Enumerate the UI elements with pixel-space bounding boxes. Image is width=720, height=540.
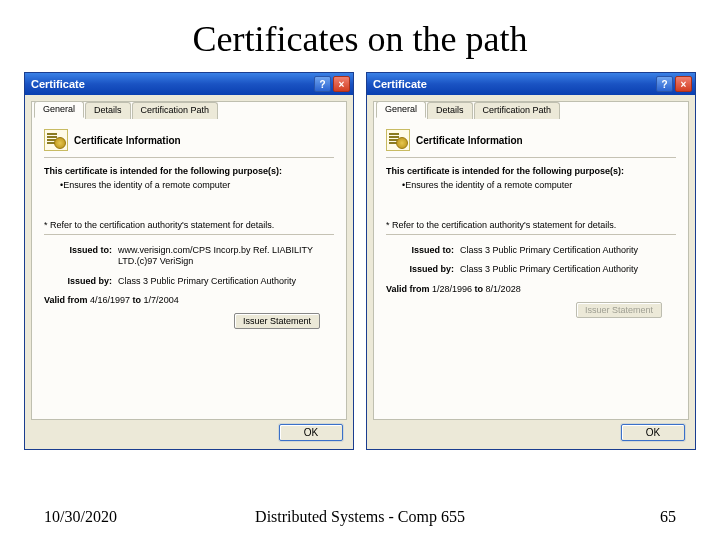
tab-details[interactable]: Details — [85, 102, 131, 119]
titlebar: Certificate ? × — [25, 73, 353, 95]
issued-by-value: Class 3 Public Primary Certification Aut… — [118, 276, 334, 287]
tab-general[interactable]: General — [34, 101, 84, 118]
issuer-statement-button: Issuer Statement — [576, 302, 662, 318]
tab-area: General Details Certification Path Certi… — [373, 101, 689, 420]
certificate-icon — [386, 129, 410, 151]
issuer-statement-button[interactable]: Issuer Statement — [234, 313, 320, 329]
help-button[interactable]: ? — [314, 76, 331, 92]
issued-by-value: Class 3 Public Primary Certification Aut… — [460, 264, 676, 275]
slide-title: Certificates on the path — [0, 0, 720, 72]
authority-footnote: * Refer to the certification authority's… — [386, 220, 676, 230]
dialogs-container: Certificate ? × General Details Certific… — [0, 72, 720, 450]
tab-details[interactable]: Details — [427, 102, 473, 119]
issued-to-value: Class 3 Public Primary Certification Aut… — [460, 245, 676, 256]
slide-course: Distributed Systems - Comp 655 — [0, 508, 720, 526]
issued-by-label: Issued by: — [44, 276, 118, 287]
purpose-intro: This certificate is intended for the fol… — [386, 166, 676, 176]
certificate-icon — [44, 129, 68, 151]
help-button[interactable]: ? — [656, 76, 673, 92]
tab-certification-path[interactable]: Certification Path — [474, 102, 561, 119]
certificate-dialog-left: Certificate ? × General Details Certific… — [24, 72, 354, 450]
certificate-dialog-right: Certificate ? × General Details Certific… — [366, 72, 696, 450]
issued-to-label: Issued to: — [44, 245, 118, 268]
purpose-item: •Ensures the identity of a remote comput… — [402, 180, 676, 190]
purpose-intro: This certificate is intended for the fol… — [44, 166, 334, 176]
valid-from-row: Valid from 1/28/1996 to 8/1/2028 — [386, 284, 676, 294]
issued-by-label: Issued by: — [386, 264, 460, 275]
issued-to-label: Issued to: — [386, 245, 460, 256]
ok-button[interactable]: OK — [621, 424, 685, 441]
cert-info-heading: Certificate Information — [74, 135, 181, 146]
tab-area: General Details Certification Path Certi… — [31, 101, 347, 420]
close-button[interactable]: × — [333, 76, 350, 92]
slide-footer: 10/30/2020 Distributed Systems - Comp 65… — [0, 508, 720, 526]
window-title: Certificate — [31, 78, 314, 90]
tab-general[interactable]: General — [376, 101, 426, 118]
window-title: Certificate — [373, 78, 656, 90]
authority-footnote: * Refer to the certification authority's… — [44, 220, 334, 230]
cert-info-heading: Certificate Information — [416, 135, 523, 146]
tab-certification-path[interactable]: Certification Path — [132, 102, 219, 119]
close-button[interactable]: × — [675, 76, 692, 92]
ok-button[interactable]: OK — [279, 424, 343, 441]
valid-from-row: Valid from 4/16/1997 to 1/7/2004 — [44, 295, 334, 305]
issued-to-value: www.verisign.com/CPS Incorp.by Ref. LIAB… — [118, 245, 334, 268]
purpose-item: •Ensures the identity of a remote comput… — [60, 180, 334, 190]
titlebar: Certificate ? × — [367, 73, 695, 95]
